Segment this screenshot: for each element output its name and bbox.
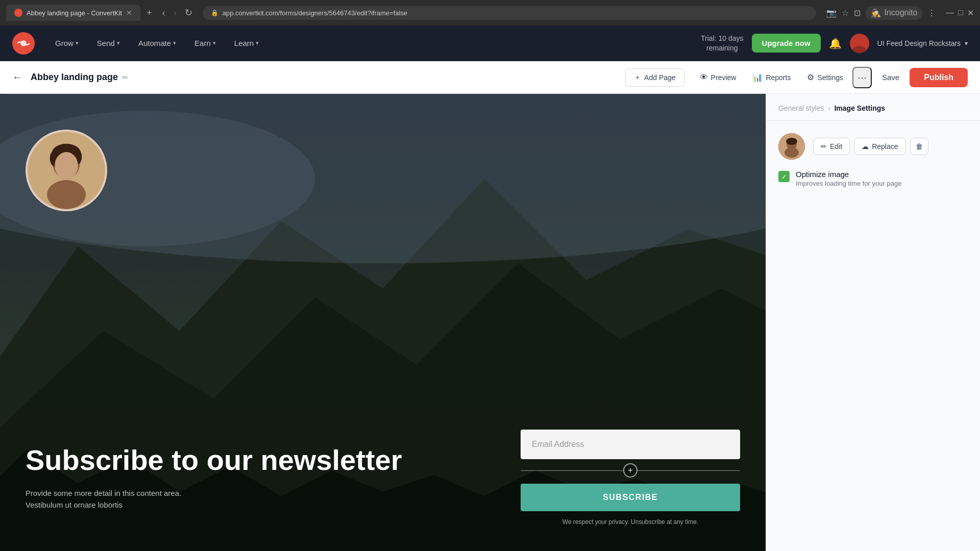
- delete-image-button[interactable]: 🗑: [910, 138, 928, 155]
- privacy-text: We respect your privacy. Unsubscribe at …: [521, 518, 740, 525]
- description-text: Provide some more detail in this content…: [26, 488, 219, 511]
- tab-search-icon[interactable]: ⊡: [854, 8, 861, 18]
- reload-button[interactable]: ↻: [185, 7, 192, 18]
- settings-icon: ⚙: [807, 72, 814, 82]
- minimize-button[interactable]: —: [946, 8, 954, 18]
- panel-body: ✏ Edit ☁ Replace 🗑 ✓: [766, 121, 980, 199]
- back-button[interactable]: ‹: [162, 8, 165, 18]
- svg-point-16: [55, 152, 78, 179]
- nav-item-earn[interactable]: Earn ▾: [186, 35, 224, 52]
- pencil-icon: ✏: [821, 142, 827, 151]
- optimize-text: Optimize image Improves loading time for…: [796, 170, 901, 187]
- lock-icon: 🔒: [211, 9, 218, 16]
- chevron-down-icon: ▾: [117, 40, 120, 46]
- star-icon[interactable]: ☆: [842, 8, 849, 18]
- logo[interactable]: [12, 32, 35, 55]
- nav-item-learn[interactable]: Learn ▾: [226, 35, 267, 52]
- breadcrumb-link[interactable]: General styles: [778, 104, 824, 112]
- browser-chrome: Abbey landing page - ConvertKit ✕ + ‹ › …: [0, 0, 980, 26]
- browser-tab[interactable]: Abbey landing page - ConvertKit ✕: [6, 5, 140, 21]
- chevron-down-icon: ▾: [213, 40, 216, 46]
- chevron-down-icon: ▾: [965, 40, 968, 47]
- chart-icon: 📊: [752, 72, 763, 82]
- save-button[interactable]: Save: [874, 69, 908, 86]
- add-field-button[interactable]: +: [623, 463, 638, 478]
- breadcrumb-current: Image Settings: [834, 104, 885, 112]
- workspace-selector[interactable]: UI Feed Design Rockstars ▾: [877, 39, 968, 47]
- favicon-icon: [14, 9, 22, 17]
- page-title: Abbey landing page: [31, 72, 118, 83]
- landing-content: Subscribe to our newsletter Provide some…: [0, 430, 766, 525]
- right-panel: General styles › Image Settings: [766, 94, 980, 551]
- edit-pencil-icon[interactable]: ✏: [122, 73, 129, 82]
- user-avatar[interactable]: [850, 34, 869, 53]
- address-bar[interactable]: 🔒 app.convertkit.com/forms/designers/564…: [203, 6, 817, 20]
- trash-icon: 🗑: [916, 142, 923, 151]
- publish-button[interactable]: Publish: [910, 68, 968, 87]
- headline-text: Subscribe to our newsletter: [26, 444, 490, 476]
- new-tab-button[interactable]: +: [146, 8, 152, 18]
- main-content: Subscribe to our newsletter Provide some…: [0, 94, 980, 551]
- panel-breadcrumb: General styles › Image Settings: [766, 94, 980, 121]
- canvas: Subscribe to our newsletter Provide some…: [0, 94, 766, 551]
- svg-point-3: [852, 46, 867, 53]
- svg-point-2: [855, 37, 864, 45]
- email-input-wrapper: [521, 430, 740, 459]
- preview-button[interactable]: 👁 Preview: [693, 69, 744, 86]
- svg-point-22: [785, 147, 799, 158]
- toolbar-actions: 👁 Preview 📊 Reports ⚙ Settings ⋯ Save Pu…: [693, 67, 968, 88]
- optimize-description: Improves loading time for your page: [796, 180, 901, 187]
- more-options-button[interactable]: ⋯: [852, 67, 872, 88]
- nav-item-send[interactable]: Send ▾: [89, 35, 128, 52]
- reports-button[interactable]: 📊 Reports: [745, 68, 798, 86]
- svg-point-21: [786, 138, 797, 145]
- edit-image-button[interactable]: ✏ Edit: [813, 138, 850, 155]
- image-thumbnail: [778, 133, 805, 160]
- incognito-badge: 🕵 Incognito: [866, 6, 922, 20]
- profile-image[interactable]: [26, 130, 107, 211]
- add-field-row: +: [521, 463, 740, 478]
- settings-button[interactable]: ⚙ Settings: [800, 68, 850, 86]
- nav-item-automate[interactable]: Automate ▾: [130, 35, 184, 52]
- optimize-label: Optimize image: [796, 170, 901, 179]
- browser-navigation: ‹ › ↻: [162, 7, 192, 18]
- nav-item-grow[interactable]: Grow ▾: [47, 35, 87, 52]
- more-options-icon[interactable]: ⋮: [927, 8, 936, 18]
- chevron-down-icon: ▾: [173, 40, 176, 46]
- upgrade-button[interactable]: Upgrade now: [752, 34, 821, 53]
- forward-button[interactable]: ›: [174, 8, 177, 18]
- divider-line: [521, 470, 623, 471]
- chevron-down-icon: ▾: [76, 40, 79, 46]
- camera-icon[interactable]: 📷: [826, 8, 837, 18]
- add-page-button[interactable]: ＋ Add Page: [625, 68, 684, 87]
- plus-icon: ＋: [634, 73, 641, 82]
- email-input[interactable]: [521, 430, 740, 459]
- back-button[interactable]: ←: [12, 71, 22, 83]
- close-tab-button[interactable]: ✕: [126, 9, 132, 17]
- tab-title: Abbey landing page - ConvertKit: [27, 9, 122, 17]
- notification-bell-icon[interactable]: 🔔: [829, 37, 842, 49]
- headline-section: Subscribe to our newsletter Provide some…: [26, 444, 490, 511]
- image-preview-row: ✏ Edit ☁ Replace 🗑: [778, 133, 968, 160]
- optimize-checkbox[interactable]: ✓: [778, 171, 790, 182]
- page-title-area: Abbey landing page ✏: [31, 72, 611, 83]
- maximize-button[interactable]: □: [958, 8, 963, 18]
- browser-action-icons: 📷 ☆ ⊡ 🕵 Incognito ⋮: [826, 6, 936, 20]
- image-actions: ✏ Edit ☁ Replace 🗑: [813, 138, 928, 155]
- replace-image-button[interactable]: ☁ Replace: [854, 138, 905, 155]
- nav-right: Trial: 10 days remaining Upgrade now 🔔 U…: [701, 34, 968, 53]
- subscribe-button[interactable]: SUBSCRIBE: [521, 484, 740, 511]
- url-text: app.convertkit.com/forms/designers/56467…: [223, 9, 407, 17]
- app: Grow ▾ Send ▾ Automate ▾ Earn ▾ Learn ▾: [0, 26, 980, 551]
- editor-toolbar: ← Abbey landing page ✏ ＋ Add Page 👁 Prev…: [0, 61, 980, 94]
- breadcrumb-separator: ›: [828, 105, 830, 112]
- upload-icon: ☁: [862, 142, 869, 151]
- main-nav: Grow ▾ Send ▾ Automate ▾ Earn ▾ Learn ▾: [47, 35, 701, 52]
- chevron-down-icon: ▾: [256, 40, 259, 46]
- divider-line: [638, 470, 740, 471]
- close-button[interactable]: ✕: [967, 8, 974, 18]
- incognito-icon: 🕵: [871, 8, 881, 18]
- trial-text: Trial: 10 days remaining: [701, 34, 744, 52]
- optimize-image-row: ✓ Optimize image Improves loading time f…: [778, 170, 968, 187]
- subscription-form: + SUBSCRIBE We respect your privacy. Uns…: [521, 430, 740, 525]
